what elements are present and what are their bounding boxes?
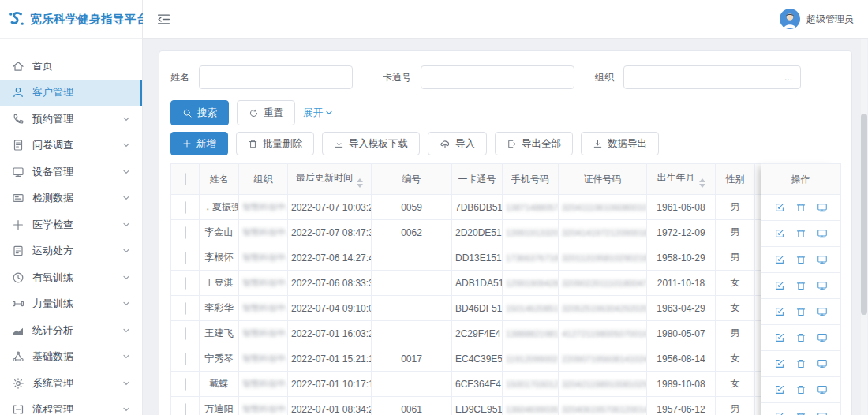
- operation-row: [761, 377, 840, 403]
- id-no-cell: 320414197212090018: [559, 220, 647, 245]
- checkbox-cell: [171, 397, 200, 415]
- row-checkbox[interactable]: [185, 403, 186, 415]
- edit-icon[interactable]: [774, 411, 785, 415]
- delete-icon[interactable]: [795, 411, 806, 415]
- screen-icon[interactable]: [817, 358, 828, 369]
- delete-icon[interactable]: [795, 228, 806, 239]
- edit-icon[interactable]: [774, 254, 785, 265]
- name-cell: 宁秀琴: [200, 346, 239, 372]
- edit-icon[interactable]: [774, 384, 785, 395]
- menu-fold-icon[interactable]: [157, 13, 170, 26]
- column-header-label: 一卡通号: [458, 174, 496, 185]
- code-cell: 0062: [372, 220, 452, 245]
- screen-icon[interactable]: [817, 202, 828, 213]
- expand-link[interactable]: 展开: [303, 107, 333, 120]
- row-checkbox[interactable]: [185, 252, 186, 264]
- gender-cell: 男: [716, 397, 755, 415]
- toolbar-button-0[interactable]: 新增: [170, 132, 228, 155]
- toolbar-button-2[interactable]: 导入模板下载: [322, 132, 420, 155]
- sort-icon[interactable]: [699, 178, 705, 188]
- user-name: 超级管理员: [806, 13, 854, 26]
- screen-icon[interactable]: [817, 306, 828, 317]
- delete-icon[interactable]: [795, 306, 806, 317]
- row-checkbox[interactable]: [185, 378, 186, 391]
- row-checkbox[interactable]: [185, 226, 186, 239]
- sidebar-item-6[interactable]: 医学检查: [0, 211, 142, 238]
- user-menu[interactable]: 超级管理员: [780, 9, 854, 29]
- row-checkbox[interactable]: [185, 302, 186, 315]
- edit-icon[interactable]: [774, 280, 785, 291]
- edit-icon[interactable]: [774, 332, 785, 343]
- reset-button[interactable]: 重置: [237, 100, 295, 125]
- delete-icon[interactable]: [795, 332, 806, 343]
- toolbar-button-1[interactable]: 批量删除: [236, 132, 314, 155]
- org-picker-input[interactable]: ...: [623, 65, 801, 89]
- delete-icon[interactable]: [795, 280, 806, 291]
- sidebar-item-3[interactable]: 问卷调查: [0, 133, 142, 159]
- sort-icon[interactable]: [357, 178, 363, 188]
- sidebar-item-4[interactable]: 设备管理: [0, 159, 142, 185]
- card-no-input[interactable]: [421, 65, 574, 89]
- sidebar-item-8[interactable]: 有氧训练: [0, 264, 142, 291]
- column-header-8[interactable]: 出生年月: [647, 164, 716, 195]
- column-header-3[interactable]: 最后更新时间: [288, 164, 372, 195]
- edit-icon[interactable]: [774, 358, 785, 369]
- name-cell: 李金山: [200, 220, 239, 245]
- toolbar-button-5[interactable]: 数据导出: [581, 132, 659, 155]
- sidebar-item-5[interactable]: 检测数据: [0, 185, 142, 212]
- sidebar-item-13[interactable]: 流程管理: [0, 397, 142, 415]
- row-checkbox[interactable]: [185, 353, 186, 365]
- chevron-down-icon: [122, 300, 130, 308]
- reset-icon: [249, 108, 259, 118]
- delete-icon[interactable]: [795, 254, 806, 265]
- select-all-checkbox[interactable]: [185, 173, 186, 185]
- vertical-scrollbar-thumb[interactable]: [861, 114, 867, 315]
- delete-icon[interactable]: [795, 358, 806, 369]
- search-button[interactable]: 搜索: [170, 100, 229, 125]
- ellipsis-icon[interactable]: ...: [784, 72, 792, 83]
- vertical-scrollbar[interactable]: [861, 39, 867, 415]
- updated-cell: 2022-07-07 08:47:39: [288, 220, 372, 245]
- name-cell: ，夏振强: [200, 195, 239, 220]
- edit-icon[interactable]: [774, 228, 785, 239]
- phone-cell: 13991913320: [503, 220, 559, 245]
- operation-column-header: 操作: [761, 164, 840, 195]
- sidebar-item-2[interactable]: 预约管理: [0, 106, 142, 133]
- edit-icon[interactable]: [774, 202, 785, 213]
- screen-icon[interactable]: [817, 254, 828, 265]
- screen-icon[interactable]: [817, 384, 828, 395]
- screen-icon[interactable]: [817, 332, 828, 343]
- org-cell: 智慧科创中...: [239, 372, 288, 397]
- column-header-1: 姓名: [200, 164, 239, 195]
- code-cell: 0059: [372, 195, 452, 220]
- toolbar-button-4[interactable]: 导出全部: [495, 132, 573, 155]
- row-checkbox[interactable]: [185, 327, 186, 340]
- search-actions: 搜索 重置 展开: [170, 100, 840, 125]
- sidebar-item-9[interactable]: 力量训练: [0, 291, 142, 318]
- sidebar-item-12[interactable]: 系统管理: [0, 370, 142, 397]
- sidebar-item-1[interactable]: 客户管理: [0, 80, 142, 107]
- table-row: ，夏振强智慧科创中...2022-07-07 10:03:2900597DB6D…: [171, 195, 841, 220]
- edit-icon[interactable]: [774, 306, 785, 317]
- gender-cell: 女: [716, 271, 755, 296]
- sidebar-item-7[interactable]: 运动处方: [0, 238, 142, 265]
- screen-icon[interactable]: [817, 411, 828, 415]
- gender-cell: 男: [716, 195, 755, 220]
- birth-cell: 1963-04-29: [647, 296, 716, 321]
- delete-icon[interactable]: [795, 202, 806, 213]
- row-checkbox[interactable]: [185, 277, 186, 290]
- sidebar-item-label: 系统管理: [32, 376, 73, 391]
- toolbar-button-3[interactable]: 导入: [428, 132, 487, 155]
- row-checkbox[interactable]: [185, 201, 186, 214]
- delete-icon[interactable]: [795, 384, 806, 395]
- table-row: 戴蝶智慧科创中...2022-07-01 10:17:176CE364E4150…: [171, 372, 841, 397]
- screen-icon[interactable]: [817, 280, 828, 291]
- sidebar-item-11[interactable]: 基础数据: [0, 344, 142, 371]
- search-icon: [182, 108, 193, 118]
- screen-icon[interactable]: [817, 228, 828, 239]
- name-input[interactable]: [199, 65, 353, 89]
- table-row: 王昱淇智慧科创中...2022-07-06 08:33:37ADB1DA5112…: [171, 271, 841, 296]
- sidebar-item-0[interactable]: 首页: [0, 53, 142, 80]
- chevron-down-icon: [122, 141, 130, 149]
- sidebar-item-10[interactable]: 统计分析: [0, 317, 142, 344]
